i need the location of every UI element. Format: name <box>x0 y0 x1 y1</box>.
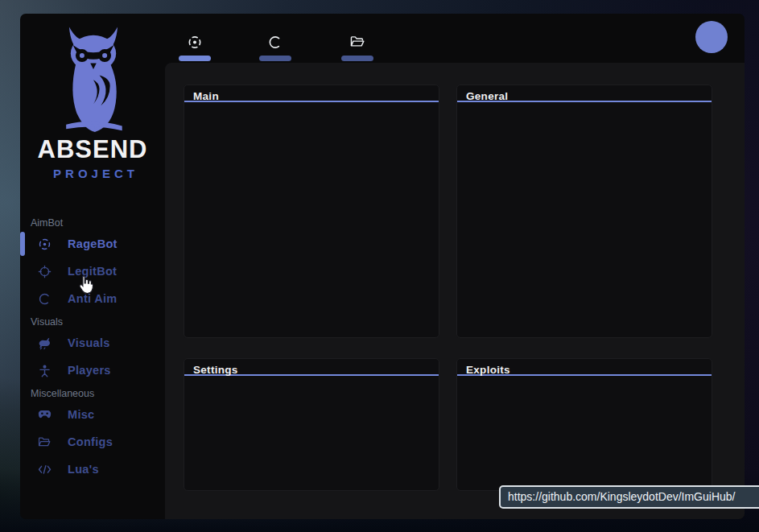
sidebar-item-anti-aim[interactable]: Anti Aim <box>20 285 165 312</box>
sidebar-item-configs[interactable]: Configs <box>20 428 165 456</box>
folder-open-icon <box>38 435 52 449</box>
sidebar-item-misc[interactable]: Misc <box>20 401 165 428</box>
panel-settings: Settings <box>184 358 439 491</box>
panel-body <box>457 376 712 489</box>
sidebar-item-label: Misc <box>68 408 94 421</box>
brand-title: ABSEND <box>20 136 165 163</box>
tab-underline <box>341 56 373 61</box>
crosshair-dot-icon <box>38 237 52 251</box>
circle-arc-icon <box>268 35 283 50</box>
sidebar-item-luas[interactable]: Lua's <box>20 456 165 483</box>
gamepad-icon <box>38 408 52 422</box>
section-label-miscellaneous: Miscellaneous <box>31 386 165 401</box>
section-label-visuals: Visuals <box>31 315 165 329</box>
tab-configs[interactable] <box>341 14 373 63</box>
content-area: Main General Settings Exploits <box>165 63 745 519</box>
folder-open-icon <box>350 35 365 50</box>
panel-title: Exploits <box>457 359 712 376</box>
person-icon <box>38 364 52 377</box>
sidebar-item-label: Anti Aim <box>68 292 117 305</box>
topbar <box>165 14 745 63</box>
rabbit-icon <box>38 336 52 350</box>
tab-active-underline <box>179 56 211 61</box>
sidebar-item-label: Visuals <box>68 336 110 349</box>
sidebar-item-label: Lua's <box>68 463 99 476</box>
sidebar: ABSEND PROJECT AimBot RageBot LegitBot A… <box>20 14 165 519</box>
avatar[interactable] <box>695 21 728 53</box>
sidebar-item-label: LegitBot <box>68 265 117 278</box>
tab-underline <box>259 56 291 61</box>
status-url-tooltip: https://github.com/KingsleydotDev/ImGuiH… <box>499 485 759 509</box>
sidebar-item-visuals[interactable]: Visuals <box>20 329 165 357</box>
desktop: { "colors": { "accent": "#7287d8", "acce… <box>0 0 759 532</box>
panel-general: General <box>456 85 712 338</box>
panel-title: Main <box>184 85 439 102</box>
sidebar-item-legitbot[interactable]: LegitBot <box>20 258 165 285</box>
section-label-aimbot: AimBot <box>31 216 165 230</box>
sidebar-item-players[interactable]: Players <box>20 357 165 384</box>
crosshair-dot-icon <box>188 35 203 50</box>
app-window: ABSEND PROJECT AimBot RageBot LegitBot A… <box>20 14 745 519</box>
sidebar-item-label: Configs <box>68 435 113 448</box>
sidebar-menu: AimBot RageBot LegitBot Anti Aim Visuals… <box>20 216 165 483</box>
crosshair-icon <box>38 265 52 278</box>
code-icon <box>38 463 52 476</box>
panel-main: Main <box>184 85 439 338</box>
tab-anti-aim[interactable] <box>259 14 291 63</box>
sidebar-item-label: Players <box>68 364 111 377</box>
sidebar-item-label: RageBot <box>68 237 118 250</box>
tab-aimbot[interactable] <box>179 14 211 63</box>
panel-title: General <box>457 85 712 102</box>
sidebar-item-ragebot[interactable]: RageBot <box>20 230 165 258</box>
panel-body <box>184 376 439 489</box>
owl-logo-icon <box>56 23 131 141</box>
brand-subtitle: PROJECT <box>23 167 168 181</box>
panel-body <box>457 102 712 336</box>
panel-body <box>184 102 439 336</box>
panel-exploits: Exploits <box>456 358 712 491</box>
panel-title: Settings <box>184 359 439 376</box>
circle-arc-icon <box>38 292 52 306</box>
